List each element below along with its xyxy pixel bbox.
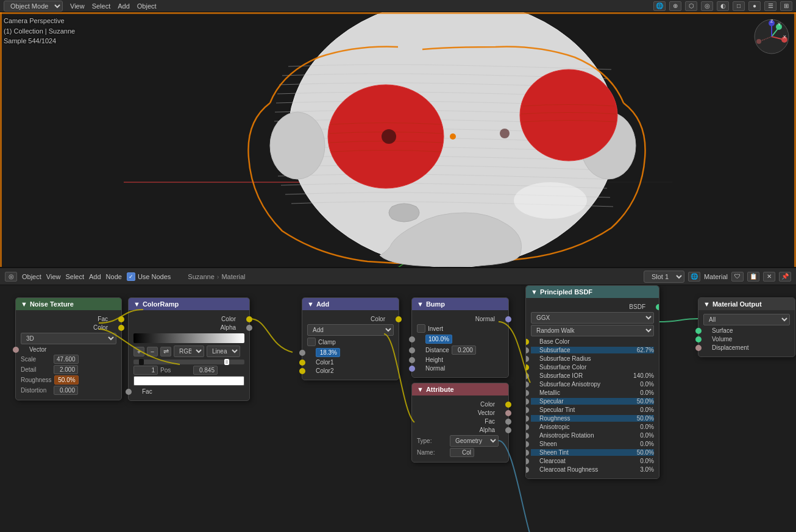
pin-icon[interactable]: 📌 xyxy=(779,272,791,282)
base-color-in-socket[interactable] xyxy=(525,339,529,345)
window-icon[interactable]: ⊞ xyxy=(780,1,792,11)
fac-in-socket[interactable] xyxy=(126,389,132,395)
menu-add[interactable]: Add xyxy=(118,2,130,10)
overlay-icon[interactable]: ◐ xyxy=(717,1,729,11)
linear-selector[interactable]: Linear xyxy=(207,346,240,357)
global-icon[interactable]: ⊕ xyxy=(669,1,681,11)
height-in-socket[interactable] xyxy=(409,357,415,363)
editor-type-icon[interactable]: 🌐 xyxy=(653,1,666,11)
fac-socket-out[interactable] xyxy=(118,316,124,322)
attr-name-value[interactable]: Col xyxy=(450,448,474,457)
menu-object[interactable]: Object xyxy=(137,2,157,10)
menu-node[interactable]: Node xyxy=(106,273,122,280)
world-icon[interactable]: 🌐 xyxy=(688,272,700,282)
add-color-out-socket[interactable] xyxy=(396,316,402,322)
add-stop-btn[interactable]: + xyxy=(133,347,144,356)
menu-object[interactable]: Object xyxy=(22,273,41,280)
stop-index[interactable]: 1 xyxy=(133,366,158,375)
clearcoat-value[interactable]: 0.0% xyxy=(640,458,654,464)
invert-checkbox[interactable] xyxy=(417,324,425,333)
specular-tint-value[interactable]: 0.0% xyxy=(640,406,654,413)
ramp-stop-2[interactable] xyxy=(224,359,229,365)
subsurface-method-dropdown[interactable]: Random Walk xyxy=(531,325,654,336)
clearcoat-rough-value[interactable]: 3.0% xyxy=(640,466,654,473)
attribute-node[interactable]: ▼ Attribute Color Vector Fac Alph xyxy=(411,383,509,463)
roughness-bsdf-value[interactable]: 50.0% xyxy=(637,415,654,422)
roughness-value[interactable]: 50.0% xyxy=(54,375,79,385)
specular-in-socket[interactable] xyxy=(525,399,529,405)
scale-value[interactable]: 47.600 xyxy=(54,355,79,364)
node-editor-type-icon[interactable]: ◎ xyxy=(5,272,17,282)
bump-collapse-icon[interactable]: ▼ xyxy=(417,300,424,308)
collapse-icon[interactable]: ▼ xyxy=(21,300,27,308)
normal-out-socket[interactable] xyxy=(505,316,511,322)
attr-type-dropdown[interactable]: Geometry xyxy=(450,435,499,447)
sheen-tint-in-socket[interactable] xyxy=(525,450,529,456)
strength-value[interactable]: 100.0% xyxy=(425,335,452,344)
subsurface-aniso-in-socket[interactable] xyxy=(525,381,529,388)
ramp-stop-1[interactable] xyxy=(139,359,144,365)
xray-icon[interactable]: □ xyxy=(733,1,745,11)
attr-alpha-out-socket[interactable] xyxy=(505,427,511,433)
subsurface-in-socket[interactable] xyxy=(525,347,529,353)
noise-texture-node[interactable]: ▼ Noise Texture Fac Color 3D xyxy=(15,297,122,400)
add-node[interactable]: ▼ Add Color Add Clamp xyxy=(302,297,399,380)
distribution-dropdown[interactable]: GGX xyxy=(531,312,654,324)
volume-in-socket[interactable] xyxy=(695,336,702,342)
sheen-value[interactable]: 0.0% xyxy=(640,441,654,447)
menu-view[interactable]: View xyxy=(70,2,85,10)
distortion-value[interactable]: 0.000 xyxy=(54,386,78,395)
matout-collapse-icon[interactable]: ▼ xyxy=(703,300,710,308)
distance-value[interactable]: 0.200 xyxy=(452,346,476,355)
use-nodes-toggle[interactable]: ✓ Use Nodes xyxy=(127,272,171,281)
distance-in-socket[interactable] xyxy=(409,347,415,353)
remove-stop-btn[interactable]: − xyxy=(147,347,158,356)
attr-fac-out-socket[interactable] xyxy=(505,419,511,425)
subsurface-ior-in-socket[interactable] xyxy=(525,373,529,379)
subsurface-value[interactable]: 62.7% xyxy=(637,347,654,353)
add-operation-dropdown[interactable]: Add xyxy=(307,324,394,336)
colorramp-node[interactable]: ▼ ColorRamp Color Alpha + xyxy=(128,297,250,401)
rgb-selector[interactable]: RGB xyxy=(174,346,204,357)
attr-color-out-socket[interactable] xyxy=(505,402,511,408)
add-collapse-icon[interactable]: ▼ xyxy=(307,300,314,308)
specular-tint-in-socket[interactable] xyxy=(525,407,529,413)
vector-socket-in[interactable] xyxy=(13,347,19,353)
roughness-bsdf-in-socket[interactable] xyxy=(525,416,529,422)
fac-in-socket[interactable] xyxy=(299,350,305,356)
use-nodes-checkbox[interactable]: ✓ xyxy=(127,272,135,281)
menu-add[interactable]: Add xyxy=(89,273,101,280)
close-icon[interactable]: ✕ xyxy=(763,272,775,282)
color-out-socket[interactable] xyxy=(246,316,252,322)
shield-icon[interactable]: 🛡 xyxy=(731,272,744,282)
sheen-in-socket[interactable] xyxy=(525,441,529,447)
proportional-icon[interactable]: ◎ xyxy=(701,1,713,11)
color-ramp-stops[interactable] xyxy=(133,360,244,364)
anisotropic-in-socket[interactable] xyxy=(525,424,529,430)
subsurface-ior-value[interactable]: 140.0% xyxy=(633,372,654,379)
color2-in-socket[interactable] xyxy=(299,368,305,374)
clearcoat-rough-in-socket[interactable] xyxy=(525,467,529,473)
node-canvas[interactable]: ▼ Noise Texture Fac Color 3D xyxy=(0,285,796,532)
detail-value[interactable]: 2.000 xyxy=(54,365,78,374)
pos-value[interactable]: 0.845 xyxy=(193,366,218,375)
anisotropic-rot-in-socket[interactable] xyxy=(525,433,529,439)
color-socket-out[interactable] xyxy=(118,325,124,331)
menu-select[interactable]: Select xyxy=(65,273,84,280)
matout-all-selector[interactable]: All xyxy=(703,314,790,325)
displacement-in-socket[interactable] xyxy=(695,345,702,351)
metallic-in-socket[interactable] xyxy=(525,390,529,396)
snap-icon[interactable]: ⬡ xyxy=(685,1,697,11)
subsurface-aniso-value[interactable]: 0.0% xyxy=(640,381,654,388)
strength-in-socket[interactable] xyxy=(409,336,415,342)
anisotropic-rot-value[interactable]: 0.0% xyxy=(640,432,654,439)
bsdf-out-socket[interactable] xyxy=(656,304,659,310)
settings-icon[interactable]: ☰ xyxy=(764,1,776,11)
anisotropic-value[interactable]: 0.0% xyxy=(640,424,654,430)
attr-vector-out-socket[interactable] xyxy=(505,410,511,416)
subsurface-color-in-socket[interactable] xyxy=(525,364,529,371)
dimension-dropdown[interactable]: 3D xyxy=(21,333,116,344)
slot-selector[interactable]: Slot 1 xyxy=(644,271,684,283)
navigation-gizmo[interactable]: Y X Z xyxy=(753,18,790,55)
mode-selector[interactable]: Object Mode xyxy=(4,1,63,12)
